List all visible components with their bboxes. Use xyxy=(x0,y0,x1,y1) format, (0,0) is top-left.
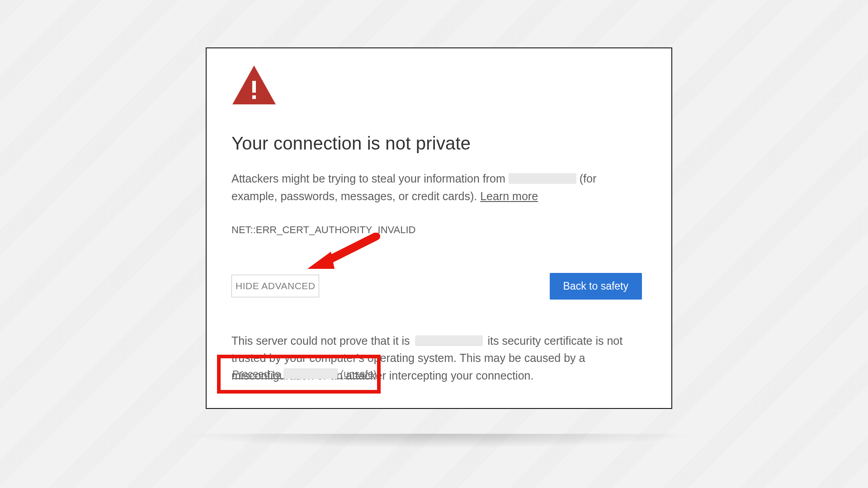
drop-shadow xyxy=(72,434,805,456)
svg-rect-2 xyxy=(252,95,256,99)
svg-rect-1 xyxy=(252,81,256,93)
redacted-host xyxy=(509,173,576,184)
error-title: Your connection is not private xyxy=(231,133,646,154)
proceed-suffix: (unsafe) xyxy=(340,368,377,380)
error-description: Attackers might be trying to steal your … xyxy=(231,170,643,205)
action-row: HIDE ADVANCED Back to safety xyxy=(231,273,646,300)
proceed-unsafe-link[interactable]: Proceed to (unsafe) xyxy=(232,368,377,380)
learn-more-link[interactable]: Learn more xyxy=(480,190,538,202)
desc-text-1: Attackers might be trying to steal your … xyxy=(231,172,509,185)
proceed-highlight-box: Proceed to (unsafe) xyxy=(217,355,381,394)
redacted-host-advanced xyxy=(415,335,483,346)
redacted-host-proceed xyxy=(283,368,338,379)
adv-text-1: This server could not prove that it is xyxy=(231,334,413,347)
back-to-safety-button[interactable]: Back to safety xyxy=(550,273,642,300)
error-code: NET::ERR_CERT_AUTHORITY_INVALID xyxy=(231,224,646,236)
warning-triangle-icon xyxy=(232,66,646,106)
hide-advanced-button[interactable]: HIDE ADVANCED xyxy=(231,275,319,297)
proceed-prefix: Proceed to xyxy=(232,368,283,380)
